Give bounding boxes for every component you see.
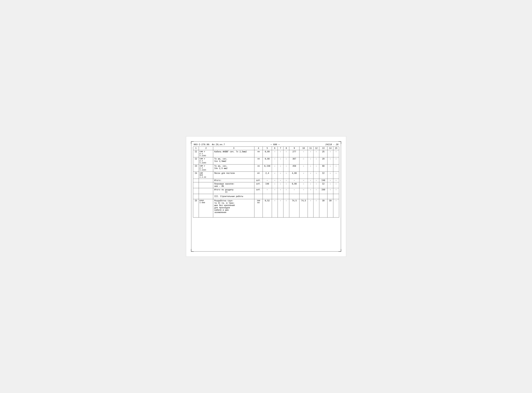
row-col15: – xyxy=(333,179,339,182)
row-desc: То же, сеч.Iох 2,5мм2 xyxy=(213,157,254,164)
row-unit: км xyxy=(254,157,263,164)
row-col14: – xyxy=(327,164,333,172)
row-col15: – xyxy=(333,199,339,217)
table-row: II СИМ У р.I п.2282 Кабель АКВВГ сеч. 7х… xyxy=(193,150,339,157)
main-table: 1 2 3 4 5 6 7 8 9 10 11 12 13 14 15 xyxy=(193,147,339,217)
row-col9: 0,08 xyxy=(289,182,299,188)
row-col7: – xyxy=(278,182,283,188)
row-col11: – xyxy=(308,164,313,172)
sec-col8 xyxy=(283,194,289,199)
row-col5: – xyxy=(263,179,272,182)
row-id xyxy=(193,188,199,194)
row-col12: – xyxy=(313,150,319,157)
row-col7: – xyxy=(278,172,283,179)
row-col8: – xyxy=(283,199,289,217)
sec-col5 xyxy=(263,194,272,199)
row-col7: – xyxy=(278,150,283,157)
row-col13: 60 xyxy=(319,164,327,172)
row-col7: – xyxy=(278,199,283,217)
row-ref: СИМ У р.I п.2283 xyxy=(199,157,213,164)
row-col14: – xyxy=(327,179,333,182)
row-col13: I60 xyxy=(319,188,327,194)
col-header-11: 11 xyxy=(308,147,313,150)
row-col12: – xyxy=(313,157,319,164)
row-col14: – xyxy=(327,188,333,194)
row-unit: руб. xyxy=(254,179,263,182)
col-header-4: 4 xyxy=(254,147,263,150)
row-col15: – xyxy=(333,172,339,179)
table-row: I3 СИМ У р.I п.2284 То же, сеч.I4х 2,5 м… xyxy=(193,164,339,172)
page: 903-I-278.90. Ал.I8,кн.7 — 680 — 24218 -… xyxy=(186,136,346,257)
row-col5: – xyxy=(263,188,272,194)
table-row-planovye: Плановые накопле-ния – 8% руб. I48 – – –… xyxy=(193,182,339,188)
row-col9: 4,80 xyxy=(289,172,299,179)
row-col13: 29 xyxy=(319,157,327,164)
corner-br xyxy=(338,249,341,252)
row-unit: руб. xyxy=(254,188,263,194)
row-col14: – xyxy=(327,150,333,157)
col-header-6: 6 xyxy=(272,147,278,150)
header-row-cols: 1 2 3 4 5 6 7 8 9 10 11 12 13 14 15 xyxy=(193,147,339,150)
table-row: I2 СИМ У р.I п.2283 То же, сеч.Iох 2,5мм… xyxy=(193,157,339,164)
table-row-itogo: Итого: руб. – – – – – – – – I48 – – xyxy=(193,179,339,182)
row-col15: – xyxy=(333,150,339,157)
col-header-7: 7 xyxy=(278,147,283,150)
row-ref xyxy=(199,188,213,194)
row-col11: – xyxy=(308,172,313,179)
row-col6: – xyxy=(272,179,278,182)
row-col6: – xyxy=(272,188,278,194)
col-header-1: 1 xyxy=(193,147,199,150)
section-unit xyxy=(254,194,263,199)
row-unit: м3 xyxy=(254,172,263,179)
row-col13: I48 xyxy=(319,179,327,182)
table-row-i5: I5 ЕРЕР I-960 Разработка грун-та II гр. … xyxy=(193,199,339,217)
corner-tl xyxy=(191,141,194,144)
row-unit: км xyxy=(254,164,263,172)
section-title: III. Строительные работы xyxy=(213,194,254,199)
row-id: I4 xyxy=(193,172,199,179)
sec-col12 xyxy=(313,194,319,199)
row-col12: – xyxy=(313,164,319,172)
row-col8: – xyxy=(283,157,289,164)
row-col14: – xyxy=(327,157,333,164)
col-header-5: 5 xyxy=(263,147,272,150)
row-col8: – xyxy=(283,164,289,172)
row-col12: – xyxy=(313,188,319,194)
row-col13: 39 xyxy=(319,199,327,217)
row-unit: км xyxy=(254,150,263,157)
row-col7: – xyxy=(278,164,283,172)
row-col10: – xyxy=(299,172,308,179)
row-col8: – xyxy=(283,188,289,194)
row-col6: – xyxy=(272,199,278,217)
row-col14: – xyxy=(327,172,333,179)
row-col5: 0,I30 xyxy=(263,164,272,172)
row-col14: 39 xyxy=(327,199,333,217)
right-number: 24218 - 28 xyxy=(325,143,338,146)
row-col10: – xyxy=(299,188,308,194)
row-col13: I2 xyxy=(319,182,327,188)
col-header-14: 14 xyxy=(327,147,333,150)
document-border: 903-I-278.90. Ал.I8,кн.7 — 680 — 24218 -… xyxy=(191,142,341,251)
row-desc: Кабель АКВВГ сеч. 7х 2,5мм2 xyxy=(213,150,254,157)
row-col15: – xyxy=(333,157,339,164)
row-col11: – xyxy=(308,150,313,157)
center-text: — 680 — xyxy=(225,143,326,146)
row-id: I5 xyxy=(193,199,199,217)
row-col15: – xyxy=(333,164,339,172)
row-col8: – xyxy=(283,150,289,157)
row-col10: 74,5 xyxy=(299,199,308,217)
row-desc: То же, сеч.I4х 2,5 мм2 xyxy=(213,164,254,172)
row-col10: – xyxy=(299,164,308,172)
row-col10: – xyxy=(299,157,308,164)
row-col8: – xyxy=(283,182,289,188)
sec-col9 xyxy=(289,194,299,199)
corner-bl xyxy=(191,249,194,252)
row-ref: СИМ У р.I п.2284 xyxy=(199,164,213,172)
row-col6: – xyxy=(272,157,278,164)
row-id: II xyxy=(193,150,199,157)
row-id: I2 xyxy=(193,157,199,164)
row-col9: 277 xyxy=(289,150,299,157)
row-col7: – xyxy=(278,188,283,194)
row-col6: – xyxy=(272,172,278,179)
row-desc: Плановые накопле-ния – 8% xyxy=(213,182,254,188)
